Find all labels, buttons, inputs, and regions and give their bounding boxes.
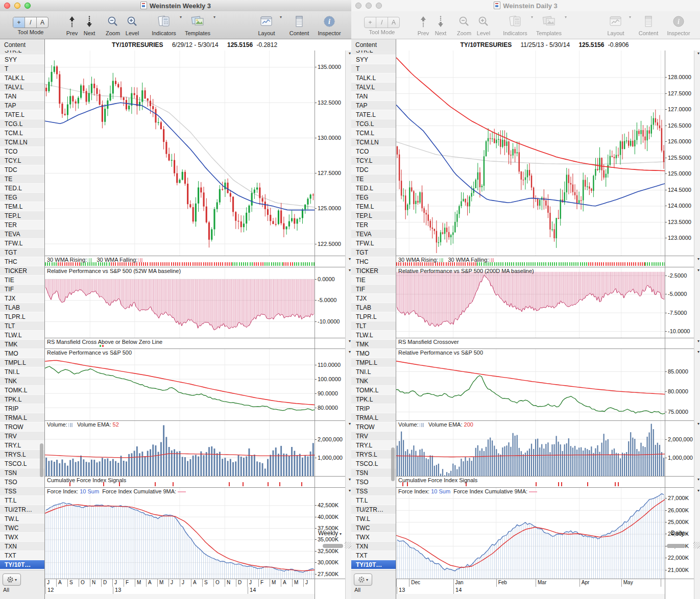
ticker-item-THC[interactable]: THC bbox=[0, 257, 44, 266]
ticker-item-TED.L[interactable]: TED.L bbox=[351, 184, 396, 193]
ticker-item-TXT[interactable]: TXT bbox=[0, 551, 44, 560]
panel-options-button[interactable]: ▾ bbox=[697, 339, 699, 343]
panel-options-button[interactable]: ▾ bbox=[697, 257, 699, 261]
rs-mansfield-strip[interactable]: RS Mansfield Cross Above or Below Zero L… bbox=[45, 338, 315, 349]
relative-performance-baseline-panel[interactable]: Relative Performance vs S&P 500 (52W MA … bbox=[45, 267, 315, 338]
ticker-item-TLT[interactable]: TLT bbox=[351, 321, 396, 331]
next-button[interactable]: Next bbox=[432, 14, 449, 36]
value-axis-column[interactable]: 135.0000132.5000130.0000127.5000125.0000… bbox=[315, 51, 345, 599]
next-button[interactable]: Next bbox=[81, 14, 98, 36]
panel-options-button[interactable]: ▾ bbox=[349, 257, 351, 261]
ticker-item-TCG.L[interactable]: TCG.L bbox=[0, 119, 44, 129]
ticker-item-TMO[interactable]: TMO bbox=[0, 349, 44, 358]
periodicity-dropdown[interactable]: Weekly▾ bbox=[315, 530, 345, 537]
ticker-item-TW.L[interactable]: TW.L bbox=[351, 514, 396, 523]
ticker-item-TWC[interactable]: TWC bbox=[351, 523, 396, 533]
templates-button[interactable]: ▾ Templates bbox=[533, 14, 565, 36]
ticker-item-TICKER[interactable]: TICKER bbox=[351, 266, 396, 276]
content-button[interactable]: Content bbox=[286, 14, 312, 36]
ticker-item-TROW[interactable]: TROW bbox=[0, 422, 44, 432]
ticker-item-TED.L[interactable]: TED.L bbox=[0, 184, 44, 193]
ticker-item-TALK.L[interactable]: TALK.L bbox=[0, 73, 44, 83]
ticker-item-TALV.L[interactable]: TALV.L bbox=[0, 83, 44, 92]
ticker-item-TLAB[interactable]: TLAB bbox=[351, 303, 396, 312]
sidebar-scrollbar-thumb[interactable] bbox=[391, 447, 395, 481]
ticker-item-T[interactable]: T bbox=[351, 64, 396, 73]
force-index-signals-strip[interactable]: Cumulative Force Index Signals bbox=[45, 477, 315, 488]
zoom-in-button[interactable]: Level bbox=[123, 14, 142, 36]
ticker-item-TER[interactable]: TER bbox=[351, 220, 396, 230]
ticker-item-TY/10T…[interactable]: TY/10T… bbox=[0, 560, 44, 569]
layout-button[interactable]: ▾ Layout bbox=[253, 14, 280, 36]
relative-performance-baseline-panel[interactable]: Relative Performance vs S&P 500 (200D MA… bbox=[396, 267, 665, 338]
zoom-in-button[interactable]: Level bbox=[474, 14, 493, 36]
panel-scroll-strip[interactable]: ▾▾▾▾▾▾▾▾ bbox=[694, 51, 700, 599]
ticker-item-TSS[interactable]: TSS bbox=[0, 487, 44, 496]
ticker-item-TMK[interactable]: TMK bbox=[351, 340, 396, 349]
ticker-item-TSO[interactable]: TSO bbox=[351, 478, 396, 487]
panel-scroll-strip[interactable]: ▾▾▾▾▾▾▾▾ bbox=[345, 51, 351, 599]
ticker-item-TLW.L[interactable]: TLW.L bbox=[0, 331, 44, 340]
ticker-item-TDC[interactable]: TDC bbox=[0, 165, 44, 174]
panel-options-button[interactable]: ▾ bbox=[349, 339, 351, 343]
ticker-item-STK.L[interactable]: STK.L bbox=[351, 51, 396, 55]
ticker-item-TGT[interactable]: TGT bbox=[351, 248, 396, 257]
ticker-item-TRMA.L[interactable]: TRMA.L bbox=[0, 413, 44, 422]
ticker-item-TWX[interactable]: TWX bbox=[351, 533, 396, 542]
relative-performance-panel[interactable]: Relative Performance vs S&P 500 bbox=[396, 349, 665, 421]
ticker-item-TMPL.L[interactable]: TMPL.L bbox=[0, 358, 44, 367]
trendline-tool-button[interactable]: / bbox=[25, 17, 37, 28]
panel-options-button[interactable]: ▾ bbox=[697, 421, 699, 426]
horizontal-scrollbar-thumb[interactable] bbox=[323, 544, 343, 548]
ticker-item-TGT[interactable]: TGT bbox=[0, 248, 44, 257]
ticker-item-TDC[interactable]: TDC bbox=[351, 165, 396, 174]
ticker-item-TPK.L[interactable]: TPK.L bbox=[351, 395, 396, 404]
volume-panel[interactable]: Volume: Volume EMA: 52 bbox=[45, 421, 315, 477]
ticker-item-TSN[interactable]: TSN bbox=[351, 468, 396, 478]
ticker-item-TCM.L[interactable]: TCM.L bbox=[351, 129, 396, 138]
price-chart-panel[interactable] bbox=[45, 51, 315, 256]
ticker-item-TMPL.L[interactable]: TMPL.L bbox=[351, 358, 396, 367]
ticker-item-TAP[interactable]: TAP bbox=[351, 101, 396, 110]
tool-mode-segmented[interactable]: +/A bbox=[13, 17, 49, 28]
ticker-item-TCO[interactable]: TCO bbox=[351, 147, 396, 156]
ticker-item-TCY.L[interactable]: TCY.L bbox=[351, 156, 396, 165]
ticker-item-TMK[interactable]: TMK bbox=[0, 340, 44, 349]
ticker-item-TT.L[interactable]: TT.L bbox=[0, 496, 44, 505]
ticker-item-THC[interactable]: THC bbox=[351, 257, 396, 266]
prev-button[interactable]: Prev bbox=[63, 14, 81, 36]
ticker-item-TSO[interactable]: TSO bbox=[0, 478, 44, 487]
ticker-item-TPK.L[interactable]: TPK.L bbox=[0, 395, 44, 404]
ticker-item-TIE[interactable]: TIE bbox=[351, 276, 396, 285]
ticker-item-TLPR.L[interactable]: TLPR.L bbox=[351, 312, 396, 321]
ticker-item-TSCO.L[interactable]: TSCO.L bbox=[351, 459, 396, 468]
force-index-panel[interactable]: Force Index: 10 Sum Force Index Cumulati… bbox=[396, 488, 665, 579]
zoom-out-button[interactable]: Zoom bbox=[103, 14, 123, 36]
ticker-item-TATE.L[interactable]: TATE.L bbox=[351, 110, 396, 119]
ticker-item-TEP.L[interactable]: TEP.L bbox=[0, 211, 44, 220]
ticker-item-TXN[interactable]: TXN bbox=[351, 542, 396, 551]
resize-grip[interactable] bbox=[345, 542, 351, 548]
panel-options-button[interactable]: ▾ bbox=[697, 51, 699, 56]
ticker-item-TCM.L[interactable]: TCM.L bbox=[0, 129, 44, 138]
ticker-item-TAN[interactable]: TAN bbox=[351, 92, 396, 101]
ticker-item-TSN[interactable]: TSN bbox=[0, 468, 44, 478]
wma-signal-strip[interactable]: 30 WMA Rising: 30 WMA Falling: bbox=[396, 256, 665, 267]
inspector-button[interactable]: i Inspector bbox=[664, 14, 693, 36]
price-chart-panel[interactable] bbox=[396, 51, 665, 256]
ticker-item-TJX[interactable]: TJX bbox=[0, 294, 44, 303]
ticker-item-STK.L[interactable]: STK.L bbox=[0, 51, 44, 55]
ticker-item-TW.L[interactable]: TW.L bbox=[0, 514, 44, 523]
ticker-item-TRV[interactable]: TRV bbox=[0, 432, 44, 441]
ticker-item-TY/10T…[interactable]: TY/10T… bbox=[351, 560, 396, 569]
panel-options-button[interactable]: ▾ bbox=[697, 488, 699, 493]
panel-options-button[interactable]: ▾ bbox=[697, 350, 699, 354]
crosshair-tool-button[interactable]: + bbox=[365, 17, 376, 28]
ticker-item-TU/2TR…[interactable]: TU/2TR… bbox=[0, 505, 44, 514]
ticker-item-TAN[interactable]: TAN bbox=[0, 92, 44, 101]
zoom-out-button[interactable]: Zoom bbox=[454, 14, 474, 36]
ticker-item-TIF[interactable]: TIF bbox=[0, 285, 44, 294]
panel-options-button[interactable]: ▾ bbox=[349, 51, 351, 56]
ticker-item-TEM.L[interactable]: TEM.L bbox=[0, 202, 44, 211]
ticker-item-TEG[interactable]: TEG bbox=[0, 193, 44, 202]
